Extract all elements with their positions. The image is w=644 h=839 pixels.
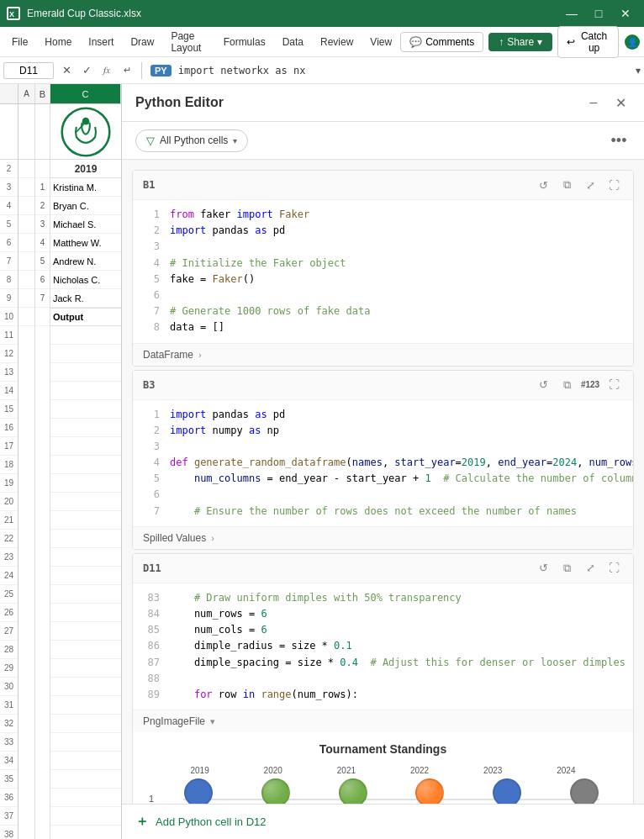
menu-formulas[interactable]: Formulas [215, 33, 274, 51]
line-8: 8data = [] [143, 319, 623, 335]
row-num-25: 25 [0, 585, 18, 604]
menu-view[interactable]: View [362, 33, 400, 51]
player-7[interactable]: Jack R. [50, 289, 121, 308]
fullscreen-icon-b3[interactable]: ⛶ [604, 376, 623, 394]
menu-file[interactable]: File [3, 33, 36, 51]
fullscreen-icon-b1[interactable]: ⛶ [604, 176, 623, 194]
row-num-31: 31 [0, 696, 18, 715]
spreadsheet-body: 2 3 4 5 6 7 8 9 10 11 12 13 14 15 16 17 … [0, 104, 121, 839]
comment-icon: 💬 [409, 36, 422, 48]
row-num-7: 7 [0, 252, 18, 271]
filter-label: All Python cells [160, 135, 228, 146]
rank-1-label: 1 [143, 794, 160, 804]
menu-insert[interactable]: Insert [80, 33, 122, 51]
output-label: Output [50, 308, 121, 326]
share-button[interactable]: ↑ Share ▾ [488, 33, 552, 51]
formula-content: import networkx as nx [178, 65, 632, 77]
player-5[interactable]: Andrew N. [50, 252, 121, 271]
row-num-18: 18 [0, 456, 18, 474]
cell-reference[interactable] [3, 62, 54, 79]
more-options-button[interactable]: ••• [607, 129, 631, 152]
row-num-16: 16 [0, 419, 18, 437]
b3-line-2: 2import numpy as np [143, 423, 623, 439]
d11-line-84: 84 num_rows = 6 [143, 606, 623, 622]
line-1: 1from faker import Faker [143, 207, 623, 223]
cell-b3-output[interactable]: Spilled Values › [133, 526, 633, 549]
expand-icon-b1[interactable]: ⤢ [581, 176, 599, 194]
col-header-b[interactable]: B [35, 84, 50, 103]
cell-b1-output[interactable]: DataFrame › [133, 343, 633, 366]
row-num-23: 23 [0, 548, 18, 567]
panel-minimize-icon[interactable]: – [583, 92, 604, 113]
panel-header-right: – ✕ [583, 92, 631, 113]
profile-icon[interactable]: 👤 [624, 32, 641, 52]
menu-review[interactable]: Review [312, 33, 362, 51]
filter-button[interactable]: ▽ All Python cells ▾ [135, 129, 248, 152]
player-1[interactable]: Kristina M. [50, 178, 121, 197]
formula-confirm-icon[interactable]: ✓ [77, 61, 96, 80]
copy-icon-d11[interactable]: ⧉ [557, 559, 576, 578]
header-corner [0, 84, 18, 103]
formula-arrow-icon[interactable]: ↵ [118, 61, 136, 80]
cell-b1-body: 1from faker import Faker 2import pandas … [133, 200, 633, 343]
menu-draw[interactable]: Draw [122, 33, 162, 51]
cells-area[interactable]: B1 ↺ ⧉ ⤢ ⛶ 1from faker import Faker 2imp… [122, 160, 644, 804]
menu-data[interactable]: Data [274, 33, 312, 51]
year-2024: 2024 [543, 766, 589, 775]
menu-items: File Home Insert Draw Page Layout Formul… [3, 27, 400, 57]
year-2020: 2020 [250, 766, 296, 775]
minimize-button[interactable]: — [560, 2, 583, 25]
col-a-cells [18, 104, 35, 839]
title-bar-left: X Emerald Cup Classic.xlsx [7, 7, 141, 20]
add-cell-bar[interactable]: ＋ Add Python cell in D12 [122, 804, 644, 839]
rank1-2023: Kristina M. [484, 778, 531, 804]
panel-close-icon[interactable]: ✕ [610, 92, 631, 113]
b3-line-6: 6 [143, 487, 623, 503]
maximize-button[interactable]: □ [587, 2, 610, 25]
cell-d11-output[interactable]: PngImageFile ▾ [133, 710, 633, 732]
dot-michael-2020 [261, 778, 290, 804]
comments-button[interactable]: 💬 Comments [400, 32, 483, 52]
row-num-8: 8 [0, 271, 18, 289]
col-header-a[interactable]: A [18, 84, 35, 103]
cell-d11-label: D11 [143, 562, 161, 574]
undo-icon-d11[interactable]: ↺ [534, 559, 552, 578]
title-bar: X Emerald Cup Classic.xlsx — □ ✕ [0, 0, 644, 27]
menu-home[interactable]: Home [36, 33, 80, 51]
copy-icon[interactable]: ⧉ [557, 176, 576, 194]
undo-icon-b3[interactable]: ↺ [534, 376, 552, 394]
filter-icon: ▽ [146, 135, 155, 147]
copy-icon-b3[interactable]: ⧉ [557, 376, 576, 394]
window-controls: — □ ✕ [560, 2, 637, 25]
col-header-c[interactable]: C [50, 84, 121, 103]
player-6[interactable]: Nicholas C. [50, 271, 121, 289]
row-num-5: 5 [0, 215, 18, 234]
num-icon-b3[interactable]: #123 [581, 376, 599, 394]
row-num-12: 12 [0, 345, 18, 363]
close-button[interactable]: ✕ [614, 2, 637, 25]
dot-andrew-2022 [415, 778, 444, 804]
row-num-33: 33 [0, 733, 18, 752]
expand-icon-d11[interactable]: ⤢ [581, 559, 599, 578]
rank1-2020: Michael S. [252, 778, 298, 804]
row-num-28: 28 [0, 641, 18, 659]
player-2[interactable]: Bryan C. [50, 197, 121, 215]
output-b3-label: Spilled Values [143, 532, 206, 544]
fullscreen-icon-d11[interactable]: ⛶ [604, 559, 623, 578]
cell-b3-header: B3 ↺ ⧉ #123 ⛶ [133, 371, 633, 400]
formula-expand-icon[interactable]: ▾ [636, 65, 641, 77]
formula-cancel-icon[interactable]: ✕ [57, 61, 76, 80]
row-num-19: 19 [0, 474, 18, 493]
tournament-chart: Tournament Standings 2019 2020 2021 2022… [133, 732, 633, 804]
code-cell-b3: B3 ↺ ⧉ #123 ⛶ 1import pandas as pd 2impo… [132, 370, 634, 550]
formula-function-icon[interactable]: 𝑓𝑥 [98, 61, 116, 80]
row-num-24: 24 [0, 567, 18, 585]
row-num-32: 32 [0, 715, 18, 733]
menu-page-layout[interactable]: Page Layout [162, 27, 214, 57]
undo-icon[interactable]: ↺ [534, 176, 552, 194]
player-3[interactable]: Michael S. [50, 215, 121, 234]
b3-line-4: 4def generate_random_dataframe(names, st… [143, 455, 623, 471]
rank1-2021: Michael S. [330, 778, 376, 804]
player-4[interactable]: Matthew W. [50, 234, 121, 252]
catch-up-button[interactable]: ↩ Catch up [557, 26, 619, 58]
